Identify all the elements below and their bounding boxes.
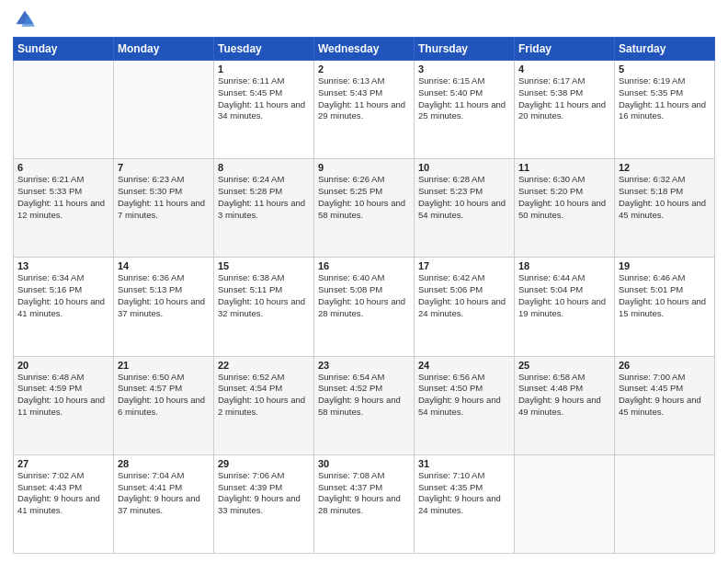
day-cell: 4Sunrise: 6:17 AM Sunset: 5:38 PM Daylig… (515, 61, 615, 159)
day-info: Sunrise: 6:28 AM Sunset: 5:23 PM Dayligh… (418, 174, 510, 221)
day-cell (515, 454, 615, 553)
day-cell: 20Sunrise: 6:48 AM Sunset: 4:59 PM Dayli… (14, 356, 114, 454)
day-number: 11 (518, 162, 610, 173)
day-info: Sunrise: 7:02 AM Sunset: 4:43 PM Dayligh… (17, 470, 109, 517)
day-number: 2 (318, 63, 410, 75)
day-info: Sunrise: 6:21 AM Sunset: 5:33 PM Dayligh… (17, 174, 109, 221)
header-row: SundayMondayTuesdayWednesdayThursdayFrid… (14, 38, 715, 61)
day-number: 24 (418, 360, 510, 371)
logo (13, 9, 37, 29)
day-number: 8 (218, 162, 310, 173)
day-cell: 15Sunrise: 6:38 AM Sunset: 5:11 PM Dayli… (214, 258, 314, 356)
day-number: 25 (518, 360, 610, 371)
header (13, 9, 715, 29)
day-info: Sunrise: 6:17 AM Sunset: 5:38 PM Dayligh… (518, 75, 610, 122)
day-number: 6 (17, 162, 109, 173)
day-info: Sunrise: 6:32 AM Sunset: 5:18 PM Dayligh… (619, 174, 711, 221)
page: SundayMondayTuesdayWednesdayThursdayFrid… (0, 0, 728, 563)
week-row: 20Sunrise: 6:48 AM Sunset: 4:59 PM Dayli… (14, 356, 715, 454)
day-cell: 2Sunrise: 6:13 AM Sunset: 5:43 PM Daylig… (314, 61, 415, 159)
day-info: Sunrise: 6:54 AM Sunset: 4:52 PM Dayligh… (318, 372, 410, 419)
day-number: 29 (218, 458, 310, 469)
day-cell: 17Sunrise: 6:42 AM Sunset: 5:06 PM Dayli… (415, 258, 515, 356)
day-header: Monday (114, 38, 214, 61)
day-number: 5 (619, 63, 711, 75)
day-info: Sunrise: 6:34 AM Sunset: 5:16 PM Dayligh… (17, 272, 109, 319)
day-cell: 3Sunrise: 6:15 AM Sunset: 5:40 PM Daylig… (415, 61, 515, 159)
day-cell: 31Sunrise: 7:10 AM Sunset: 4:35 PM Dayli… (415, 454, 515, 553)
day-number: 3 (418, 63, 510, 75)
day-number: 22 (218, 360, 310, 371)
day-info: Sunrise: 6:36 AM Sunset: 5:13 PM Dayligh… (118, 272, 210, 319)
day-number: 14 (118, 260, 210, 271)
day-number: 20 (17, 360, 109, 371)
day-cell: 11Sunrise: 6:30 AM Sunset: 5:20 PM Dayli… (515, 159, 615, 258)
day-number: 23 (318, 360, 410, 371)
day-cell: 5Sunrise: 6:19 AM Sunset: 5:35 PM Daylig… (615, 61, 715, 159)
day-number: 30 (318, 458, 410, 469)
day-cell: 14Sunrise: 6:36 AM Sunset: 5:13 PM Dayli… (114, 258, 214, 356)
day-info: Sunrise: 6:38 AM Sunset: 5:11 PM Dayligh… (218, 272, 310, 319)
day-number: 26 (619, 360, 711, 371)
day-info: Sunrise: 6:50 AM Sunset: 4:57 PM Dayligh… (118, 372, 210, 419)
day-cell: 30Sunrise: 7:08 AM Sunset: 4:37 PM Dayli… (314, 454, 415, 553)
logo-icon (15, 9, 35, 29)
day-cell: 26Sunrise: 7:00 AM Sunset: 4:45 PM Dayli… (615, 356, 715, 454)
day-cell: 18Sunrise: 6:44 AM Sunset: 5:04 PM Dayli… (515, 258, 615, 356)
day-header: Saturday (615, 38, 715, 61)
day-number: 18 (518, 260, 610, 271)
day-info: Sunrise: 7:00 AM Sunset: 4:45 PM Dayligh… (619, 372, 711, 419)
day-cell: 25Sunrise: 6:58 AM Sunset: 4:48 PM Dayli… (515, 356, 615, 454)
day-info: Sunrise: 7:06 AM Sunset: 4:39 PM Dayligh… (218, 470, 310, 517)
day-number: 31 (418, 458, 510, 469)
day-header: Sunday (14, 38, 114, 61)
day-cell: 23Sunrise: 6:54 AM Sunset: 4:52 PM Dayli… (314, 356, 415, 454)
day-number: 13 (17, 260, 109, 271)
day-number: 16 (318, 260, 410, 271)
day-header: Wednesday (314, 38, 415, 61)
day-number: 19 (619, 260, 711, 271)
day-cell: 1Sunrise: 6:11 AM Sunset: 5:45 PM Daylig… (214, 61, 314, 159)
day-header: Friday (515, 38, 615, 61)
day-cell: 19Sunrise: 6:46 AM Sunset: 5:01 PM Dayli… (615, 258, 715, 356)
day-cell: 29Sunrise: 7:06 AM Sunset: 4:39 PM Dayli… (214, 454, 314, 553)
day-header: Tuesday (214, 38, 314, 61)
day-cell (615, 454, 715, 553)
day-info: Sunrise: 7:08 AM Sunset: 4:37 PM Dayligh… (318, 470, 410, 517)
day-cell: 27Sunrise: 7:02 AM Sunset: 4:43 PM Dayli… (14, 454, 114, 553)
day-info: Sunrise: 6:44 AM Sunset: 5:04 PM Dayligh… (518, 272, 610, 319)
week-row: 6Sunrise: 6:21 AM Sunset: 5:33 PM Daylig… (14, 159, 715, 258)
day-number: 12 (619, 162, 711, 173)
day-info: Sunrise: 6:56 AM Sunset: 4:50 PM Dayligh… (418, 372, 510, 419)
day-header: Thursday (415, 38, 515, 61)
day-cell: 7Sunrise: 6:23 AM Sunset: 5:30 PM Daylig… (114, 159, 214, 258)
day-number: 9 (318, 162, 410, 173)
day-info: Sunrise: 6:58 AM Sunset: 4:48 PM Dayligh… (518, 372, 610, 419)
day-info: Sunrise: 6:11 AM Sunset: 5:45 PM Dayligh… (218, 75, 310, 122)
day-info: Sunrise: 6:23 AM Sunset: 5:30 PM Dayligh… (118, 174, 210, 221)
day-info: Sunrise: 6:46 AM Sunset: 5:01 PM Dayligh… (619, 272, 711, 319)
day-cell (114, 61, 214, 159)
week-row: 13Sunrise: 6:34 AM Sunset: 5:16 PM Dayli… (14, 258, 715, 356)
day-cell: 9Sunrise: 6:26 AM Sunset: 5:25 PM Daylig… (314, 159, 415, 258)
day-cell: 10Sunrise: 6:28 AM Sunset: 5:23 PM Dayli… (415, 159, 515, 258)
day-number: 28 (118, 458, 210, 469)
day-cell: 13Sunrise: 6:34 AM Sunset: 5:16 PM Dayli… (14, 258, 114, 356)
day-info: Sunrise: 6:52 AM Sunset: 4:54 PM Dayligh… (218, 372, 310, 419)
day-cell: 28Sunrise: 7:04 AM Sunset: 4:41 PM Dayli… (114, 454, 214, 553)
day-cell (14, 61, 114, 159)
day-info: Sunrise: 6:30 AM Sunset: 5:20 PM Dayligh… (518, 174, 610, 221)
day-cell: 24Sunrise: 6:56 AM Sunset: 4:50 PM Dayli… (415, 356, 515, 454)
day-cell: 16Sunrise: 6:40 AM Sunset: 5:08 PM Dayli… (314, 258, 415, 356)
day-info: Sunrise: 6:13 AM Sunset: 5:43 PM Dayligh… (318, 75, 410, 122)
day-info: Sunrise: 6:24 AM Sunset: 5:28 PM Dayligh… (218, 174, 310, 221)
day-info: Sunrise: 6:19 AM Sunset: 5:35 PM Dayligh… (619, 75, 711, 122)
day-cell: 6Sunrise: 6:21 AM Sunset: 5:33 PM Daylig… (14, 159, 114, 258)
day-cell: 22Sunrise: 6:52 AM Sunset: 4:54 PM Dayli… (214, 356, 314, 454)
day-info: Sunrise: 6:48 AM Sunset: 4:59 PM Dayligh… (17, 372, 109, 419)
day-number: 4 (518, 63, 610, 75)
day-number: 17 (418, 260, 510, 271)
day-number: 1 (218, 63, 310, 75)
day-number: 10 (418, 162, 510, 173)
day-number: 27 (17, 458, 109, 469)
